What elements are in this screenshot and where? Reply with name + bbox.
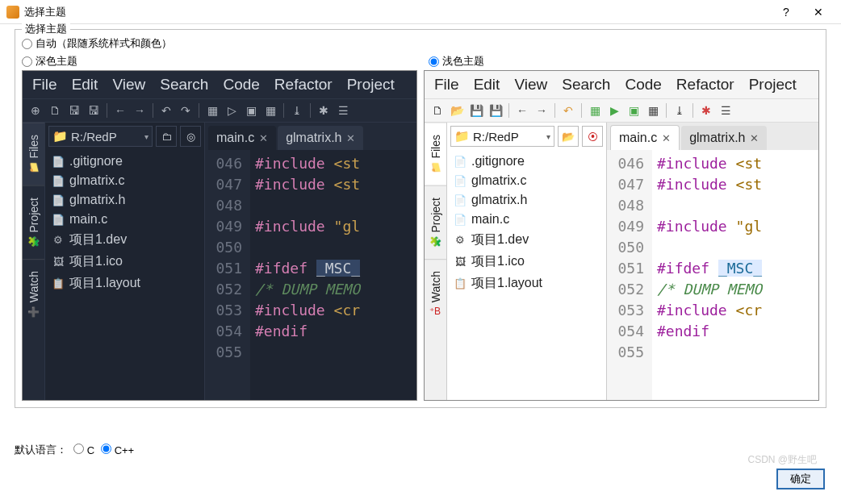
saveall-icon[interactable]: 💾	[487, 102, 504, 119]
open-folder-button[interactable]: 📂	[558, 126, 579, 147]
list-item[interactable]: 📋项目1.layout	[447, 273, 606, 294]
watch-icon: ⁺B	[429, 306, 441, 317]
help-button[interactable]: ?	[770, 6, 802, 19]
tab-main[interactable]: main.c✕	[610, 125, 680, 150]
new-icon[interactable]: ⊕	[27, 102, 44, 119]
path-box[interactable]: 📁R:/RedP▾	[48, 126, 153, 147]
close-button[interactable]: ✕	[802, 6, 835, 19]
stop-icon[interactable]: ▦	[262, 102, 278, 119]
menu-search[interactable]: Search	[555, 74, 617, 95]
stop-icon[interactable]: ▦	[645, 102, 661, 119]
list-item[interactable]: ⚙项目1.dev	[45, 229, 204, 251]
file-icon: 📄	[454, 194, 467, 206]
debug-icon[interactable]: ⤓	[672, 102, 688, 119]
tab-project[interactable]: 🧩Project	[23, 185, 44, 260]
list-item[interactable]: 📄glmatrix.c	[45, 171, 204, 190]
menu-view[interactable]: View	[508, 74, 554, 95]
locate-button[interactable]: ⦿	[582, 126, 603, 147]
grid-icon[interactable]: ▦	[204, 102, 220, 119]
list-item[interactable]: 🖼项目1.ico	[45, 251, 204, 273]
list-item[interactable]: 📄glmatrix.h	[447, 190, 606, 210]
close-icon[interactable]: ✕	[750, 132, 759, 144]
code-area[interactable]: #include <st #include <st #include "gl #…	[652, 150, 818, 400]
tab-gl[interactable]: glmatrix.h✕	[681, 126, 767, 150]
file-icon[interactable]: 🗋	[47, 102, 63, 119]
radio-c[interactable]: C	[73, 444, 94, 456]
list-icon[interactable]: ☰	[718, 102, 734, 119]
bug-icon[interactable]: ✱	[698, 102, 714, 119]
file-icon: 📄	[52, 175, 65, 187]
tab-watch[interactable]: ⁺BWatch	[425, 259, 446, 328]
grid-icon[interactable]: ▦	[587, 102, 603, 119]
close-icon[interactable]: ✕	[259, 132, 268, 144]
list-item[interactable]: 📄main.c	[45, 210, 204, 229]
menu-code[interactable]: Code	[216, 74, 266, 95]
file-icon: 📄	[454, 156, 467, 168]
list-item[interactable]: 🖼项目1.ico	[447, 251, 606, 273]
list-item[interactable]: 📄main.c	[447, 210, 606, 229]
tab-project[interactable]: 🧩Project	[425, 185, 446, 260]
save-icon[interactable]: 🖫	[66, 102, 82, 119]
radio-cpp[interactable]: C++	[101, 444, 134, 456]
run-icon[interactable]: ▶	[606, 102, 622, 119]
menu-refactor[interactable]: Refactor	[670, 74, 741, 95]
menu-file[interactable]: File	[26, 74, 64, 95]
chevron-down-icon: ▾	[144, 132, 149, 141]
file-icon: 🖼	[454, 256, 467, 268]
save-icon[interactable]: 💾	[468, 102, 484, 119]
menu-view[interactable]: View	[106, 74, 152, 95]
menu-code[interactable]: Code	[618, 74, 667, 95]
ok-button[interactable]: 确定	[776, 469, 825, 489]
path-box[interactable]: 📁R:/RedP▾	[450, 126, 554, 147]
tab-gl[interactable]: glmatrix.h✕	[278, 126, 363, 150]
radio-light[interactable]: 浅色主题	[429, 52, 484, 70]
debug-icon[interactable]: ⤓	[289, 102, 305, 119]
list-item[interactable]: 📄glmatrix.h	[45, 190, 204, 210]
menu-file[interactable]: File	[428, 74, 466, 95]
file-icon: 📄	[52, 156, 65, 168]
list-item[interactable]: 📋项目1.layout	[45, 273, 204, 294]
tab-files[interactable]: 📁Files	[425, 123, 446, 185]
list-icon[interactable]: ☰	[335, 102, 351, 119]
tab-watch[interactable]: ➕Watch	[23, 259, 44, 329]
new-icon[interactable]: 🗋	[429, 102, 446, 119]
undo-icon[interactable]: ↶	[560, 102, 576, 119]
undo-icon[interactable]: ↶	[158, 102, 174, 119]
menu-edit[interactable]: Edit	[65, 74, 105, 95]
close-icon[interactable]: ✕	[346, 132, 355, 144]
menu-edit[interactable]: Edit	[467, 74, 507, 95]
tab-files[interactable]: 📁Files	[23, 123, 44, 185]
fwd-icon[interactable]: →	[132, 102, 148, 119]
open-folder-button[interactable]: 🗀	[156, 126, 177, 147]
list-item[interactable]: 📄glmatrix.c	[447, 171, 606, 190]
file-icon: 📋	[454, 277, 467, 289]
folder-icon: 📁	[454, 129, 470, 144]
back-icon[interactable]: ←	[514, 102, 530, 119]
menu-project[interactable]: Project	[743, 74, 803, 95]
build-icon[interactable]: ▣	[243, 102, 259, 119]
file-list: 📄.gitignore 📄glmatrix.c 📄glmatrix.h 📄mai…	[447, 150, 606, 400]
list-item[interactable]: 📄.gitignore	[447, 152, 606, 171]
radio-dark[interactable]: 深色主题	[22, 52, 77, 70]
lang-row: 默认语言： C C++	[15, 443, 134, 457]
run-icon[interactable]: ▷	[224, 102, 240, 119]
close-icon[interactable]: ✕	[662, 132, 671, 144]
back-icon[interactable]: ←	[112, 102, 128, 119]
file-icon: 📄	[52, 214, 65, 226]
build-icon[interactable]: ▣	[626, 102, 642, 119]
list-item[interactable]: 📄.gitignore	[45, 152, 204, 171]
bug-icon[interactable]: ✱	[316, 102, 332, 119]
code-area[interactable]: #include <st #include <st #include "gl #…	[250, 150, 416, 400]
fwd-icon[interactable]: →	[533, 102, 550, 119]
saveall-icon[interactable]: 🖫	[86, 102, 102, 119]
list-item[interactable]: ⚙项目1.dev	[447, 229, 606, 251]
redo-icon[interactable]: ↷	[178, 102, 194, 119]
lang-label: 默认语言：	[15, 443, 67, 457]
radio-auto[interactable]: 自动（跟随系统样式和颜色）	[22, 35, 172, 52]
locate-button[interactable]: ◎	[180, 126, 201, 147]
open-icon[interactable]: 📂	[449, 102, 465, 119]
menu-project[interactable]: Project	[341, 74, 401, 95]
menu-refactor[interactable]: Refactor	[268, 74, 339, 95]
menu-search[interactable]: Search	[153, 74, 215, 95]
tab-main[interactable]: main.c✕	[208, 126, 276, 150]
